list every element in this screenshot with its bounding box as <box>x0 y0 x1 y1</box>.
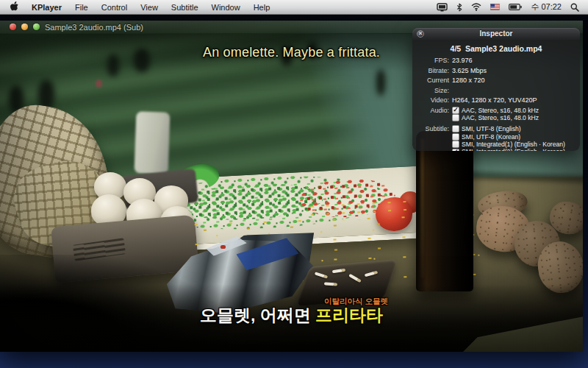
wifi-icon[interactable] <box>471 3 481 11</box>
hanging-towel <box>135 111 171 174</box>
beer-bottle <box>416 131 473 291</box>
subtitle-korean: 이탈리아식 오믈렛 오믈렛, 어쩌면 프리타타 <box>0 297 583 324</box>
checkbox-unchecked[interactable] <box>452 125 459 132</box>
audio-track-option[interactable]: ✓ AAC, Stereo, s16, 48.0 kHz <box>452 107 539 114</box>
stove-knob <box>376 69 385 96</box>
inspector-subtitle-section: Subtitle: SMI, UTF-8 (English) SMI, UTF-… <box>412 125 580 151</box>
inspector-row-bitrate: Bitrate: 3.625 Mbps <box>412 66 580 77</box>
apple-menu[interactable] <box>10 1 18 13</box>
inspector-title: Inspector <box>479 29 512 38</box>
bottle-highlight <box>420 138 424 278</box>
inspector-file-info: 4/5 Sample3 2audio.mp4 <box>412 44 580 53</box>
status-menus: 수 07:22 <box>437 1 588 13</box>
inspector-audio-section: Audio: ✓ AAC, Stereo, s16, 48.0 kHz AAC,… <box>412 107 580 122</box>
menu-clock[interactable]: 수 07:22 <box>531 1 562 13</box>
checkbox-unchecked[interactable] <box>452 114 459 121</box>
window-minimize-button[interactable] <box>21 24 28 30</box>
inspector-titlebar[interactable]: ✕ Inspector <box>412 28 580 40</box>
checkbox-unchecked[interactable] <box>452 141 459 148</box>
menu-help[interactable]: Help <box>254 3 270 12</box>
inspector-panel: ✕ Inspector 4/5 Sample3 2audio.mp4 FPS: … <box>412 28 580 151</box>
inspector-row-current-size: Current Size: 1280 x 720 <box>412 76 580 96</box>
menu-control[interactable]: Control <box>101 3 127 12</box>
subtitle-korean-yellow: 프리타타 <box>315 305 383 325</box>
window-zoom-button[interactable] <box>33 24 40 30</box>
checkbox-checked[interactable]: ✓ <box>452 149 459 151</box>
apple-icon <box>10 1 18 11</box>
traffic-lights <box>0 24 40 30</box>
checkbox-unchecked[interactable] <box>452 133 459 141</box>
app-menus: KPlayer File Control View Subtitle Windo… <box>0 1 270 13</box>
menu-kplayer[interactable]: KPlayer <box>32 3 62 12</box>
menu-window[interactable]: Window <box>212 3 240 12</box>
packet-label <box>220 245 226 249</box>
input-source-flag-icon[interactable] <box>490 4 500 10</box>
subtitle-track-option[interactable]: ✓ SMI, Integrated(2) (English · Korean) <box>452 148 565 151</box>
menu-bar: KPlayer File Control View Subtitle Windo… <box>0 0 588 15</box>
subtitle-track-option[interactable]: SMI, UTF-8 (Korean) <box>452 133 565 141</box>
subtitle-track-list: SMI, UTF-8 (English) SMI, UTF-8 (Korean)… <box>452 125 565 151</box>
screen: An omelette. Maybe a frittata. 이탈리아식 오믈렛… <box>0 0 588 368</box>
menu-view[interactable]: View <box>140 3 158 12</box>
battery-icon[interactable] <box>509 4 522 10</box>
checkbox-checked[interactable]: ✓ <box>452 107 459 114</box>
stove-knob <box>96 79 102 88</box>
spotlight-icon[interactable] <box>570 3 579 12</box>
subtitle-korean-white: 오믈렛, 어쩌면 <box>200 305 315 325</box>
inspector-row-video: Video: H264, 1280 x 720, YUV420P <box>412 96 580 106</box>
audio-track-option[interactable]: AAC, Stereo, s16, 48.0 kHz <box>452 114 539 121</box>
audio-track-list: ✓ AAC, Stereo, s16, 48.0 kHz AAC, Stereo… <box>452 107 539 122</box>
window-title: Sample3 2audio.mp4 (Sub) <box>45 23 143 32</box>
subtitle-ruby: 이탈리아식 오믈렛 <box>65 297 588 305</box>
menu-subtitle[interactable]: Subtitle <box>171 3 198 12</box>
subtitle-track-option[interactable]: SMI, Integrated(1) (English · Korean) <box>452 141 565 148</box>
subtitle-track-option[interactable]: SMI, UTF-8 (English) <box>452 125 565 132</box>
window-close-button[interactable] <box>10 24 16 30</box>
bluetooth-icon[interactable] <box>456 3 462 12</box>
close-icon[interactable]: ✕ <box>417 30 424 38</box>
inspector-row-fps: FPS: 23.976 <box>412 56 580 66</box>
display-icon[interactable] <box>437 3 448 12</box>
menu-file[interactable]: File <box>75 3 88 12</box>
